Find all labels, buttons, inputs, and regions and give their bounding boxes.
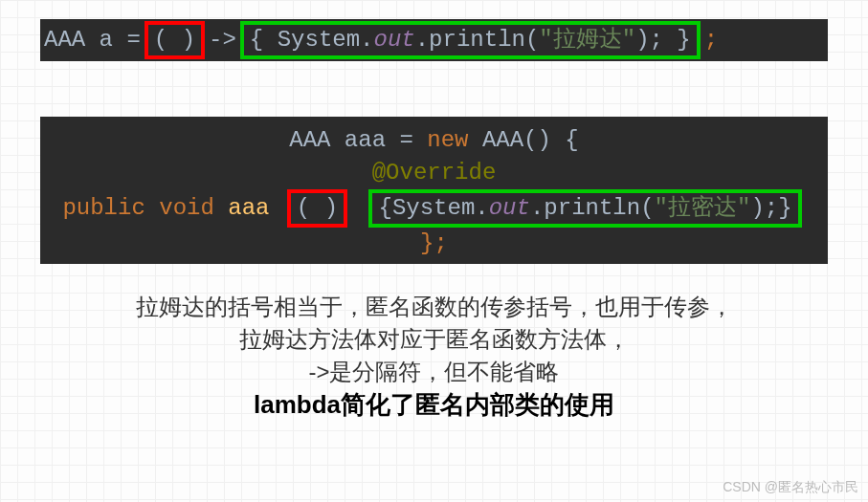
println: .println( bbox=[415, 27, 540, 53]
string-literal2: "拉密达" bbox=[655, 195, 751, 221]
anon-line1: AAA aaa = new AAA() { bbox=[44, 124, 824, 157]
semicolon: ; bbox=[704, 24, 718, 56]
method-name: aaa bbox=[214, 195, 270, 221]
sys2: System. bbox=[392, 195, 489, 221]
anon-ctor: AAA() bbox=[469, 127, 566, 153]
mbody-close: );} bbox=[750, 195, 791, 221]
anon-decl: AAA aaa = bbox=[289, 127, 427, 153]
string-literal: "拉姆达" bbox=[539, 27, 635, 53]
body-close: ); } bbox=[635, 27, 691, 53]
description-block: 拉姆达的括号相当于，匿名函数的传参括号，也用于传参， 拉姆达方法体对应于匿名函数… bbox=[0, 291, 868, 421]
sys: System. bbox=[278, 27, 374, 53]
body-open: { bbox=[250, 27, 278, 53]
arrow-token: -> bbox=[209, 24, 236, 56]
out-field2: out bbox=[489, 195, 530, 221]
new-keyword: new bbox=[427, 127, 468, 153]
anon-close: }; bbox=[44, 228, 824, 260]
out-field: out bbox=[374, 27, 415, 53]
lambda-paren-highlight: ( ) bbox=[145, 21, 205, 59]
anon-open-brace: { bbox=[565, 127, 578, 153]
mbody-open: { bbox=[378, 195, 391, 221]
override-annotation: @Override bbox=[44, 157, 824, 189]
watermark-text: CSDN @匿名热心市民 bbox=[723, 479, 858, 496]
public-void: public void bbox=[62, 195, 213, 221]
method-paren-highlight: ( ) bbox=[287, 189, 347, 228]
code-block-lambda: AAA a = ( ) -> { System.out.println("拉姆达… bbox=[40, 19, 828, 61]
desc-line4: lambda简化了匿名内部类的使用 bbox=[0, 388, 868, 421]
desc-line3: ->是分隔符，但不能省略 bbox=[0, 356, 868, 388]
decl-text: AAA a = bbox=[44, 24, 141, 56]
println2: .println( bbox=[530, 195, 655, 221]
anon-line3: public void aaa ( ) {System.out.println(… bbox=[44, 189, 824, 228]
code-block-anonymous: AAA aaa = new AAA() { @Override public v… bbox=[40, 117, 828, 264]
lambda-body-highlight: { System.out.println("拉姆达"); } bbox=[240, 21, 701, 59]
desc-line1: 拉姆达的括号相当于，匿名函数的传参括号，也用于传参， bbox=[0, 291, 868, 323]
method-body-highlight: {System.out.println("拉密达");} bbox=[368, 189, 801, 228]
desc-line2: 拉姆达方法体对应于匿名函数方法体， bbox=[0, 323, 868, 356]
